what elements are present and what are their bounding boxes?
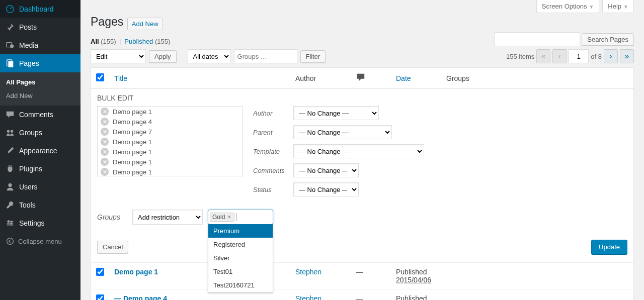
row-status: Published (396, 268, 427, 276)
remove-icon[interactable]: ✕ (101, 108, 109, 116)
row-comments: — (356, 294, 363, 300)
groups-token-input[interactable]: Gold× Premium Registered Silver Test01 T… (208, 210, 273, 225)
filter-published[interactable]: Published (124, 38, 153, 45)
parent-select[interactable]: — No Change — (293, 125, 392, 139)
svg-point-13 (7, 238, 14, 245)
comment-icon (5, 110, 15, 120)
remove-icon[interactable]: ✕ (101, 158, 109, 166)
bulk-selected-item: ✕Demo page 1 (98, 137, 243, 147)
apply-button[interactable]: Apply (149, 50, 177, 63)
bulk-selected-item: ✕Demo page 1 (98, 147, 243, 157)
remove-icon[interactable]: ✕ (101, 168, 109, 176)
bulk-selected-list[interactable]: ✕Demo page 1 ✕Demo page 4 ✕Demo page 7 ✕… (97, 106, 243, 176)
row-title-link[interactable]: Demo page 1 (114, 268, 158, 276)
groups-action-select[interactable]: Add restriction (132, 210, 203, 225)
groups-label: Groups (97, 213, 127, 221)
page-total: of 8 (591, 53, 602, 60)
dropdown-option[interactable]: Test01 (208, 265, 273, 278)
remove-icon[interactable]: ✕ (101, 128, 109, 136)
status-select[interactable]: — No Change — (293, 182, 359, 196)
filter-button[interactable]: Filter (300, 50, 326, 63)
cancel-button[interactable]: Cancel (97, 241, 128, 253)
groups-icon (5, 128, 15, 138)
sidebar-label: Posts (19, 23, 37, 31)
last-page-button[interactable]: » (620, 49, 634, 63)
sidebar-label: Users (19, 183, 38, 191)
select-all-checkbox[interactable] (96, 73, 104, 81)
dropdown-option[interactable]: Test20160721 (208, 278, 273, 292)
dropdown-option[interactable]: Silver (208, 251, 273, 265)
search-box: Search Pages (495, 32, 634, 46)
row-author-link[interactable]: Stephen (295, 268, 321, 276)
page-title: Pages (91, 15, 123, 29)
sidebar-item-media[interactable]: Media (0, 36, 80, 54)
sidebar-label: Plugins (19, 165, 42, 173)
bulk-selected-item: ✕Demo page 4 (98, 117, 243, 127)
row-date: 2015/04/06 (396, 276, 431, 284)
sidebar-item-comments[interactable]: Comments (0, 106, 80, 124)
sidebar-label: Settings (19, 219, 45, 227)
sidebar-item-appearance[interactable]: Appearance (0, 142, 80, 160)
row-checkbox[interactable] (96, 268, 104, 276)
svg-rect-8 (7, 221, 14, 222)
row-checkbox[interactable] (96, 294, 104, 300)
svg-rect-9 (7, 223, 14, 224)
comments-select[interactable]: — No Change — (293, 163, 359, 177)
sidebar-label: Media (19, 41, 38, 49)
token-remove-icon[interactable]: × (226, 214, 232, 221)
sidebar-item-tools[interactable]: Tools (0, 196, 80, 214)
row-comments: — (356, 268, 363, 276)
submenu-add-new[interactable]: Add New (0, 89, 80, 103)
column-date[interactable]: Date (396, 74, 411, 82)
filter-all[interactable]: All (91, 38, 99, 45)
row-title-link[interactable]: — Demo page 4 (114, 294, 167, 300)
author-select[interactable]: — No Change — (293, 106, 379, 120)
groups-dropdown: Premium Registered Silver Test01 Test201… (208, 224, 273, 292)
template-select[interactable]: — No Change — (293, 144, 424, 158)
update-button[interactable]: Update (591, 240, 627, 254)
dropdown-option[interactable]: Registered (208, 238, 273, 251)
groups-filter-input[interactable] (234, 49, 297, 63)
bulk-selected-item: ✕Demo page 1 (98, 157, 243, 167)
current-page-input[interactable] (569, 49, 589, 63)
next-page-button[interactable]: › (604, 49, 618, 63)
remove-icon[interactable]: ✕ (101, 148, 109, 156)
settings-icon (5, 218, 15, 228)
bulk-edit-panel: BULK EDIT ✕Demo page 1 ✕Demo page 4 ✕Dem… (91, 89, 634, 263)
users-icon (5, 182, 15, 192)
plugins-icon (5, 164, 15, 174)
sidebar-label: Pages (19, 59, 39, 67)
sidebar-item-users[interactable]: Users (0, 178, 80, 196)
sidebar-label: Appearance (19, 147, 57, 155)
svg-rect-4 (8, 61, 13, 68)
text-cursor (236, 213, 237, 221)
collapse-menu[interactable]: Collapse menu (0, 232, 80, 250)
row-author-link[interactable]: Stephen (295, 294, 321, 300)
remove-icon[interactable]: ✕ (101, 118, 109, 126)
sidebar-item-plugins[interactable]: Plugins (0, 160, 80, 178)
bulk-selected-item: ✕Demo page 1 (98, 167, 243, 176)
date-filter-select[interactable]: All dates (188, 49, 231, 63)
help-tab[interactable]: Help▼ (602, 0, 634, 13)
screen-options-tab[interactable]: Screen Options▼ (536, 0, 600, 13)
sidebar-item-pages[interactable]: Pages (0, 54, 80, 72)
submenu-all-pages[interactable]: All Pages (0, 75, 80, 89)
bulk-action-select[interactable]: Edit (91, 49, 146, 63)
sidebar-item-dashboard[interactable]: Dashboard (0, 0, 80, 18)
column-author: Author (295, 74, 316, 82)
sidebar-item-settings[interactable]: Settings (0, 214, 80, 232)
tablenav-top: Edit Apply All dates Filter 155 items « … (91, 49, 634, 63)
dashboard-icon (5, 4, 15, 14)
media-icon (5, 40, 15, 50)
sidebar-item-groups[interactable]: Groups (0, 124, 80, 142)
remove-icon[interactable]: ✕ (101, 138, 109, 146)
add-new-button[interactable]: Add New (127, 18, 163, 30)
dropdown-option[interactable]: Premium (208, 224, 273, 238)
search-button[interactable]: Search Pages (582, 33, 634, 46)
collapse-icon (5, 236, 15, 246)
comments-column-icon (356, 75, 366, 83)
column-title[interactable]: Title (114, 74, 127, 82)
search-input[interactable] (495, 32, 580, 46)
sidebar-item-posts[interactable]: Posts (0, 18, 80, 36)
bulk-edit-heading: BULK EDIT (97, 94, 627, 102)
